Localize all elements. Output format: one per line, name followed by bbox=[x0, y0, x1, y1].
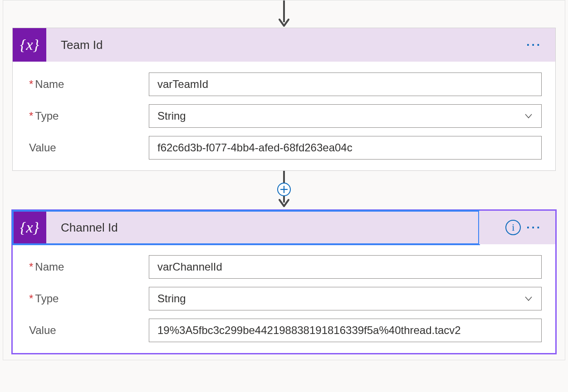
card-body: *Name *Type String Value bbox=[13, 244, 555, 353]
select-type[interactable]: String bbox=[149, 104, 542, 128]
select-type[interactable]: String bbox=[149, 287, 542, 310]
card-header[interactable]: {x} Channel Id bbox=[13, 211, 479, 244]
input-value[interactable] bbox=[149, 319, 542, 342]
label-value: Value bbox=[26, 324, 149, 337]
card-title: Channel Id bbox=[46, 221, 479, 235]
input-name[interactable] bbox=[149, 73, 542, 96]
flow-canvas: {x} Team Id ··· *Name *Type String Value bbox=[3, 0, 565, 360]
input-name[interactable] bbox=[149, 255, 542, 279]
chevron-down-icon bbox=[524, 294, 533, 303]
variable-icon: {x} bbox=[13, 28, 46, 62]
info-icon[interactable]: i bbox=[505, 220, 521, 235]
input-value[interactable] bbox=[149, 136, 542, 160]
card-title: Team Id bbox=[46, 38, 526, 52]
connector-arrow bbox=[3, 171, 565, 209]
select-type-value: String bbox=[157, 292, 186, 305]
variable-icon: {x} bbox=[13, 211, 46, 244]
action-card-team-id[interactable]: {x} Team Id ··· *Name *Type String Value bbox=[12, 28, 556, 171]
connector-arrow bbox=[3, 0, 565, 28]
label-type: *Type bbox=[26, 292, 149, 305]
select-type-value: String bbox=[157, 110, 186, 122]
action-card-channel-id[interactable]: {x} Channel Id i ··· *Name *Type String bbox=[11, 209, 557, 354]
label-value: Value bbox=[26, 141, 149, 154]
label-name: *Name bbox=[26, 78, 149, 91]
plus-icon bbox=[280, 185, 288, 194]
label-type: *Type bbox=[26, 110, 149, 122]
add-step-button[interactable] bbox=[277, 183, 291, 196]
header-actions: i ··· bbox=[479, 211, 555, 244]
label-name: *Name bbox=[26, 261, 149, 273]
chevron-down-icon bbox=[524, 111, 533, 121]
card-header[interactable]: {x} Team Id ··· bbox=[13, 28, 555, 62]
card-body: *Name *Type String Value bbox=[13, 62, 555, 170]
